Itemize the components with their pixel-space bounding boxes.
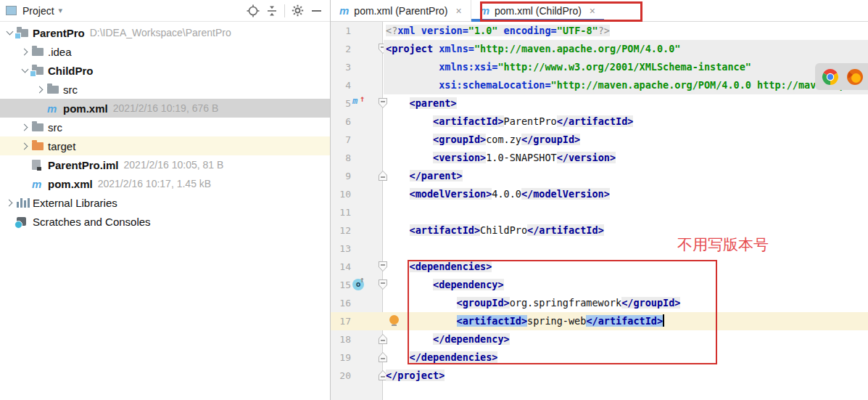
- code-text[interactable]: xmlns:xsi="http://www.w3.org/2001/XMLSch…: [384, 58, 868, 76]
- tree-item-src[interactable]: src: [0, 118, 330, 136]
- code-text[interactable]: <groupId>com.zy</groupId>: [384, 131, 868, 149]
- maven-icon: m: [32, 179, 41, 189]
- tree-item-childpro[interactable]: ChildPro: [0, 61, 330, 80]
- maven-parent-icon[interactable]: m↑: [352, 97, 357, 105]
- folder-icon: [32, 123, 44, 131]
- code-text[interactable]: <artifactId>ParentPro</artifactId>: [384, 113, 868, 131]
- chevron-collapsed-icon[interactable]: [20, 48, 28, 55]
- folder-module-icon: [17, 29, 28, 37]
- libraries-icon: [17, 198, 30, 208]
- editor-area: m pom.xml (ParentPro) × m pom.xml (Child…: [331, 0, 868, 400]
- code-text[interactable]: <artifactId>spring-web</artifactId>: [384, 312, 868, 330]
- code-text[interactable]: <groupId>org.springframework</groupId>: [384, 294, 868, 312]
- code-text[interactable]: [384, 203, 868, 221]
- module-file-icon: [32, 160, 41, 170]
- code-text[interactable]: <version>1.0-SNAPSHOT</version>: [384, 149, 868, 167]
- code-line-19[interactable]: 19 </dependencies>: [331, 348, 868, 367]
- locate-file-button[interactable]: [244, 3, 263, 19]
- code-line-13[interactable]: 13: [331, 240, 868, 258]
- code-text[interactable]: [384, 240, 868, 258]
- project-tree: ParentProD:\IDEA_Workspace\ParentPro.ide…: [0, 22, 330, 231]
- folder-icon: [32, 48, 44, 56]
- chevron-collapsed-icon[interactable]: [20, 123, 28, 131]
- chevron-down-icon[interactable]: ▾: [59, 6, 63, 15]
- code-text[interactable]: </project>: [384, 367, 868, 385]
- tree-item-target[interactable]: target: [0, 136, 330, 155]
- code-text[interactable]: </parent>: [384, 167, 868, 185]
- code-text[interactable]: <modelVersion>4.0.0</modelVersion>: [384, 185, 868, 203]
- hide-panel-button[interactable]: [307, 3, 326, 19]
- code-line-2[interactable]: 2<project xmlns="http://maven.apache.org…: [331, 40, 868, 58]
- code-line-15[interactable]: 15o↑ <dependency>: [331, 276, 868, 294]
- code-line-11[interactable]: 11: [331, 203, 868, 221]
- code-line-12[interactable]: 12 <artifactId>ChildPro</artifactId>: [331, 221, 868, 240]
- close-icon[interactable]: ×: [456, 5, 462, 17]
- tree-item-src[interactable]: src: [0, 80, 330, 99]
- gutter-cell: 14: [331, 258, 384, 276]
- tree-item-label: target: [48, 140, 75, 152]
- folder-excluded-icon: [32, 142, 44, 150]
- tree-item-label: ParentPro.iml: [48, 159, 119, 171]
- code-text[interactable]: </dependencies>: [384, 348, 868, 367]
- line-number: 14: [331, 258, 351, 276]
- gutter-cell: 6: [331, 113, 384, 131]
- code-text[interactable]: <dependency>: [384, 276, 868, 294]
- code-line-1[interactable]: 1<?xml version="1.0" encoding="UTF-8"?>: [331, 22, 868, 40]
- code-text[interactable]: <?xml version="1.0" encoding="UTF-8"?>: [384, 22, 868, 40]
- line-number: 3: [331, 58, 351, 76]
- tree-item-external-libraries[interactable]: External Libraries: [0, 193, 330, 212]
- code-line-10[interactable]: 10 <modelVersion>4.0.0</modelVersion>: [331, 185, 868, 203]
- intention-bulb-icon[interactable]: [389, 315, 399, 325]
- settings-button[interactable]: [288, 3, 307, 19]
- close-icon[interactable]: ×: [590, 5, 595, 17]
- ide-window: Project ▾: [0, 0, 868, 400]
- chevron-collapsed-icon[interactable]: [36, 86, 43, 93]
- code-line-18[interactable]: 18 </dependency>: [331, 330, 868, 348]
- code-line-17[interactable]: 17 <artifactId>spring-web</artifactId>: [331, 312, 868, 330]
- code-text[interactable]: xsi:schemaLocation="http://maven.apache.…: [384, 76, 868, 94]
- tree-item-idea[interactable]: .idea: [0, 42, 330, 61]
- code-text[interactable]: <parent>: [384, 94, 868, 113]
- code-line-7[interactable]: 7 <groupId>com.zy</groupId>: [331, 131, 868, 149]
- code-line-3[interactable]: 3 xmlns:xsi="http://www.w3.org/2001/XMLS…: [331, 58, 868, 76]
- code-line-16[interactable]: 16 <groupId>org.springframework</groupId…: [331, 294, 868, 312]
- project-panel-title: Project: [22, 5, 54, 17]
- code-text[interactable]: <artifactId>ChildPro</artifactId>: [384, 221, 868, 240]
- chrome-icon[interactable]: [822, 68, 839, 86]
- tree-item-parentpro[interactable]: ParentProD:\IDEA_Workspace\ParentPro: [0, 23, 330, 42]
- tab-label: pom.xml (ChildPro): [495, 5, 582, 17]
- gutter-cell: 11: [331, 203, 384, 221]
- tree-item-meta: 2021/2/16 10:19, 676 B: [113, 102, 219, 114]
- editor-body[interactable]: 1<?xml version="1.0" encoding="UTF-8"?>2…: [331, 22, 868, 400]
- tab-pom-parentpro[interactable]: m pom.xml (ParentPro) ×: [331, 0, 471, 21]
- chevron-expanded-icon[interactable]: [22, 66, 29, 73]
- line-number: 18: [331, 330, 351, 348]
- code-line-5[interactable]: 5m↑ <parent>: [331, 94, 868, 113]
- code-line-14[interactable]: 14 <dependencies>: [331, 258, 868, 276]
- tree-item-parentpro-iml[interactable]: ParentPro.iml2021/2/16 10:05, 81 B: [0, 155, 330, 174]
- chevron-collapsed-icon[interactable]: [20, 142, 28, 150]
- chevron-expanded-icon[interactable]: [7, 28, 14, 36]
- collapse-all-button[interactable]: [263, 3, 281, 19]
- tree-item-scratches-and-consoles[interactable]: Scratches and Consoles: [0, 212, 330, 231]
- collapse-all-icon: [266, 5, 278, 17]
- gutter-cell: 19: [331, 348, 384, 367]
- overridden-dependency-icon[interactable]: o↑: [352, 279, 364, 290]
- code-line-4[interactable]: 4 xsi:schemaLocation="http://maven.apach…: [331, 76, 868, 94]
- line-number: 10: [331, 185, 351, 203]
- chevron-collapsed-icon[interactable]: [5, 199, 12, 206]
- tree-item-pom-xml[interactable]: mpom.xml2021/2/16 10:19, 676 B: [0, 99, 330, 118]
- code-line-9[interactable]: 9 </parent>: [331, 167, 868, 185]
- code-line-6[interactable]: 6 <artifactId>ParentPro</artifactId>: [331, 113, 868, 131]
- code-line-20[interactable]: 20</project>: [331, 367, 868, 385]
- code-line-8[interactable]: 8 <version>1.0-SNAPSHOT</version>: [331, 149, 868, 167]
- code-text[interactable]: <dependencies>: [384, 258, 868, 276]
- tree-item-pom-xml[interactable]: mpom.xml2021/2/16 10:17, 1.45 kB: [0, 174, 330, 193]
- code-text[interactable]: </dependency>: [384, 330, 868, 348]
- firefox-icon[interactable]: [846, 68, 864, 86]
- line-number: 7: [331, 131, 351, 149]
- tab-label: pom.xml (ParentPro): [354, 5, 447, 17]
- tree-item-label: External Libraries: [33, 197, 117, 209]
- code-text[interactable]: <project xmlns="http://maven.apache.org/…: [384, 40, 868, 58]
- tab-pom-childpro[interactable]: m pom.xml (ChildPro) ×: [471, 0, 604, 21]
